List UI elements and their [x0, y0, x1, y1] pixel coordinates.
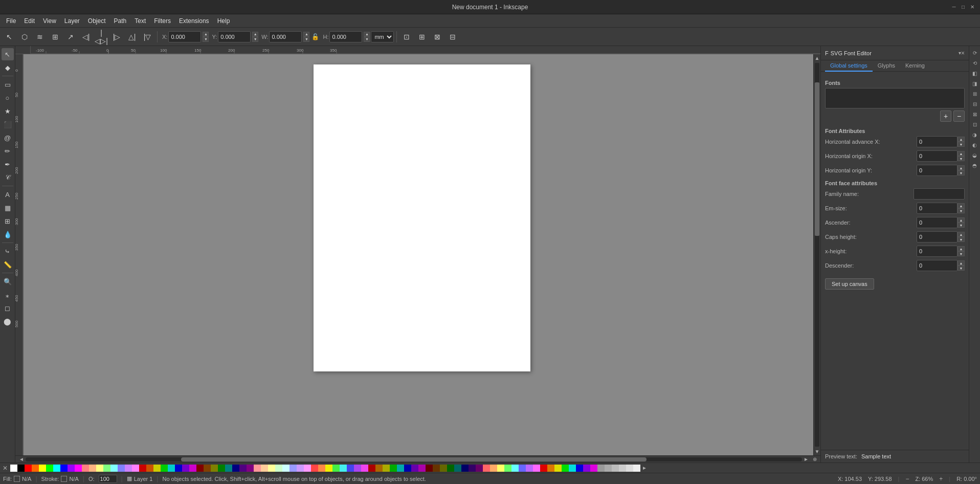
y-up[interactable]: ▲	[252, 32, 258, 37]
right-icon-10[interactable]: ◐	[970, 140, 979, 149]
horiz-advance-x-down[interactable]: ▼	[957, 142, 965, 147]
color-swatch[interactable]	[397, 465, 404, 472]
color-swatch[interactable]	[182, 465, 189, 472]
tb-transform-4[interactable]: ⊟	[446, 30, 460, 44]
em-size-down[interactable]: ▼	[957, 208, 965, 213]
color-swatch[interactable]	[297, 465, 304, 472]
color-swatch[interactable]	[404, 465, 411, 472]
color-swatch[interactable]	[125, 465, 132, 472]
color-swatch[interactable]	[189, 465, 196, 472]
tool-3d[interactable]: ⬛	[2, 118, 14, 130]
color-swatch[interactable]	[583, 465, 590, 472]
right-icon-3[interactable]: ◧	[970, 69, 979, 78]
unit-select[interactable]: mm px in cm	[371, 31, 394, 42]
tool-text[interactable]: A	[2, 188, 14, 201]
color-swatch[interactable]	[469, 465, 476, 472]
scroll-corner-btn[interactable]: ⊕	[811, 456, 818, 463]
color-swatch[interactable]	[289, 465, 297, 472]
color-swatch[interactable]	[60, 465, 68, 472]
color-swatch[interactable]	[576, 465, 583, 472]
color-swatch[interactable]	[175, 465, 182, 472]
color-swatch[interactable]	[82, 465, 89, 472]
x-height-input[interactable]	[917, 246, 957, 257]
right-icon-6[interactable]: ⊟	[970, 99, 979, 108]
color-swatch[interactable]	[605, 465, 612, 472]
h-scroll-thumb[interactable]	[181, 457, 647, 461]
color-swatch[interactable]	[225, 465, 232, 472]
horiz-origin-y-input[interactable]	[917, 165, 957, 176]
menu-path[interactable]: Path	[110, 16, 131, 26]
horiz-advance-x-input[interactable]	[917, 136, 957, 147]
color-swatch[interactable]	[204, 465, 211, 472]
ascender-down[interactable]: ▼	[957, 223, 965, 228]
tool-spiral[interactable]: @	[2, 131, 14, 144]
color-swatch[interactable]	[161, 465, 168, 472]
color-swatch[interactable]	[247, 465, 254, 472]
color-swatch[interactable]	[153, 465, 161, 472]
color-swatch[interactable]	[103, 465, 110, 472]
menu-text[interactable]: Text	[130, 16, 150, 26]
color-swatch[interactable]	[239, 465, 247, 472]
color-swatch[interactable]	[53, 465, 60, 472]
caps-height-up[interactable]: ▲	[957, 232, 965, 237]
tool-spray[interactable]: ⁎	[2, 289, 14, 301]
color-swatch[interactable]	[68, 465, 75, 472]
color-swatch[interactable]	[447, 465, 454, 472]
right-icon-11[interactable]: ◒	[970, 150, 979, 160]
color-swatch[interactable]	[519, 465, 526, 472]
caps-height-down[interactable]: ▼	[957, 237, 965, 242]
color-swatch[interactable]	[168, 465, 175, 472]
color-swatch[interactable]	[411, 465, 418, 472]
color-swatch[interactable]	[89, 465, 96, 472]
v-scrollbar[interactable]: ▲ ▼	[813, 54, 820, 455]
color-swatch[interactable]	[612, 465, 619, 472]
color-swatch[interactable]	[311, 465, 318, 472]
color-swatch[interactable]	[597, 465, 605, 472]
color-swatch[interactable]	[526, 465, 533, 472]
em-size-input[interactable]	[917, 203, 957, 214]
no-color-btn[interactable]: ✕	[1, 464, 9, 472]
menu-edit[interactable]: Edit	[20, 16, 39, 26]
color-swatch[interactable]	[504, 465, 511, 472]
right-icon-1[interactable]: ⟳	[970, 48, 979, 57]
panel-close-btn[interactable]: ×	[961, 50, 965, 57]
color-swatch[interactable]	[75, 465, 82, 472]
x-height-down[interactable]: ▼	[957, 251, 965, 256]
color-swatch[interactable]	[540, 465, 547, 472]
tool-zoom[interactable]: 🔍	[2, 275, 14, 288]
x-down[interactable]: ▼	[203, 37, 209, 42]
v-scroll-track[interactable]	[815, 63, 819, 447]
color-swatch[interactable]	[361, 465, 368, 472]
y-input[interactable]	[218, 31, 251, 42]
tb-measure[interactable]: ↗	[63, 30, 78, 44]
color-swatch[interactable]	[347, 465, 354, 472]
color-swatch[interactable]	[490, 465, 497, 472]
zoom-out-btn[interactable]: −	[905, 475, 909, 482]
color-swatch[interactable]	[426, 465, 433, 472]
w-up[interactable]: ▲	[303, 32, 309, 37]
right-icon-7[interactable]: ⊠	[970, 109, 979, 119]
color-swatch[interactable]	[476, 465, 483, 472]
remove-font-btn[interactable]: −	[953, 111, 965, 122]
color-swatch[interactable]	[461, 465, 469, 472]
color-swatch[interactable]	[139, 465, 146, 472]
color-swatch[interactable]	[433, 465, 440, 472]
menu-help[interactable]: Help	[213, 16, 234, 26]
tab-kerning[interactable]: Kerning	[900, 60, 930, 72]
tool-dropper[interactable]: 💧	[2, 228, 14, 240]
color-swatch[interactable]	[418, 465, 426, 472]
color-swatch[interactable]	[146, 465, 153, 472]
horiz-origin-x-up[interactable]: ▲	[957, 151, 965, 156]
color-swatch[interactable]	[211, 465, 218, 472]
x-input[interactable]	[168, 31, 201, 42]
color-swatch[interactable]	[304, 465, 311, 472]
ascender-input[interactable]	[917, 217, 957, 228]
menu-file[interactable]: File	[2, 16, 20, 26]
color-swatch[interactable]	[282, 465, 289, 472]
color-swatch[interactable]	[440, 465, 447, 472]
tb-align-center[interactable]: |◁▷|	[94, 30, 108, 44]
color-swatch[interactable]	[110, 465, 118, 472]
color-swatch[interactable]	[261, 465, 268, 472]
tb-zoom-tb[interactable]: ⊞	[48, 30, 62, 44]
color-swatch[interactable]	[511, 465, 519, 472]
